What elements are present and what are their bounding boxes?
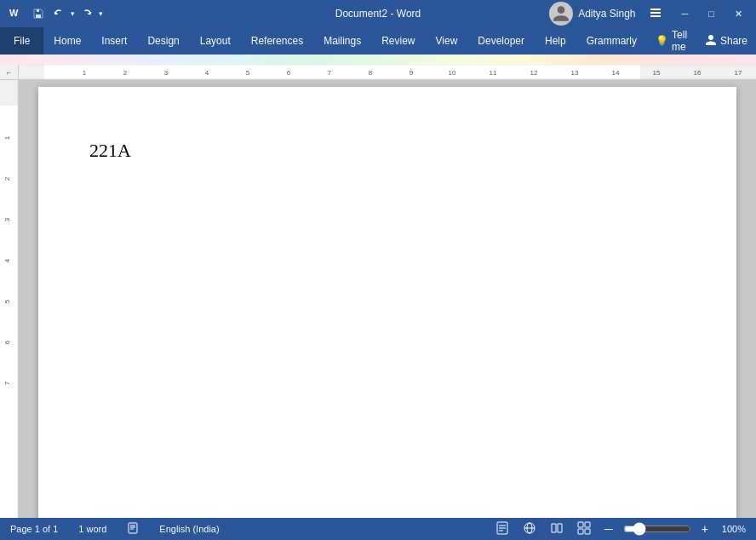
share-button[interactable]: Share	[696, 34, 756, 49]
save-button[interactable]	[29, 6, 48, 21]
print-layout-button[interactable]	[492, 521, 513, 537]
menu-references[interactable]: References	[241, 27, 313, 55]
read-mode-icon	[550, 521, 564, 537]
share-person-icon	[705, 34, 717, 49]
svg-text:16: 16	[694, 69, 702, 77]
document-content[interactable]: 221A	[89, 138, 685, 164]
vertical-ruler-svg: 1 2 3 4 5 6 7	[0, 80, 19, 518]
tell-me-button[interactable]: 💡 Tell me	[647, 29, 696, 53]
customize-qa-button[interactable]: ▾	[98, 8, 104, 20]
svg-rect-6	[650, 15, 661, 17]
svg-text:1: 1	[3, 135, 11, 140]
svg-text:7: 7	[3, 381, 11, 385]
zoom-in-button[interactable]: +	[698, 522, 712, 536]
web-layout-button[interactable]	[519, 521, 540, 537]
undo-button[interactable]	[49, 6, 68, 21]
svg-text:5: 5	[246, 69, 250, 77]
menu-insert[interactable]: Insert	[91, 27, 137, 55]
title-bar-right: Aditya Singh ─ □ ✕	[549, 2, 749, 26]
zoom-out-button[interactable]: ─	[601, 522, 616, 536]
svg-text:8: 8	[369, 69, 373, 77]
document-title: Document2 - Word	[335, 8, 421, 20]
svg-text:15: 15	[653, 69, 661, 77]
ribbon-area	[0, 55, 756, 65]
status-bar: Page 1 of 1 1 word English (India)	[0, 518, 756, 540]
svg-text:4: 4	[205, 69, 209, 77]
svg-rect-51	[578, 529, 583, 534]
svg-text:2: 2	[3, 176, 11, 181]
user-section[interactable]: Aditya Singh	[549, 2, 635, 26]
menu-developer[interactable]: Developer	[467, 27, 535, 55]
svg-text:10: 10	[449, 69, 456, 77]
print-layout-icon	[495, 521, 509, 537]
svg-text:2: 2	[123, 69, 128, 77]
document-icon	[127, 522, 139, 536]
svg-rect-38	[129, 523, 137, 533]
focus-mode-button[interactable]	[574, 521, 594, 537]
word-count[interactable]: 1 word	[75, 524, 110, 534]
svg-text:13: 13	[571, 69, 579, 77]
user-name: Aditya Singh	[578, 8, 635, 20]
word-app-icon: W	[7, 4, 22, 23]
menu-bar: File Home Insert Design Layout Reference…	[0, 27, 756, 55]
zoom-in-icon: +	[702, 522, 708, 536]
svg-text:11: 11	[490, 69, 497, 77]
svg-rect-52	[585, 529, 590, 534]
svg-text:1: 1	[83, 69, 87, 77]
svg-text:14: 14	[612, 69, 620, 77]
ruler-svg: 1 2 3 4 5 6 7 8 9 10 11 12 13 14 15 16 1…	[19, 65, 756, 80]
redo-button[interactable]	[77, 6, 96, 21]
svg-rect-50	[585, 522, 590, 527]
menu-grammarly[interactable]: Grammarly	[576, 27, 647, 55]
read-mode-button[interactable]	[547, 521, 567, 537]
svg-rect-5	[650, 12, 661, 14]
page-info-label: Page 1 of 1	[10, 524, 58, 534]
ruler-corner: ⌐	[0, 65, 19, 80]
focus-mode-icon	[577, 521, 591, 537]
svg-text:6: 6	[287, 69, 291, 77]
page-info[interactable]: Page 1 of 1	[7, 524, 61, 534]
zoom-level-label: 100%	[722, 524, 746, 534]
undo-dropdown-button[interactable]: ▾	[70, 8, 76, 20]
svg-rect-49	[578, 522, 583, 527]
menu-mailings[interactable]: Mailings	[313, 27, 371, 55]
menu-home[interactable]: Home	[43, 27, 91, 55]
ribbon-display-button[interactable]	[643, 3, 668, 24]
menu-right-actions: 💡 Tell me Share	[647, 27, 756, 55]
menu-help[interactable]: Help	[535, 27, 576, 55]
minimize-button[interactable]: ─	[675, 5, 696, 22]
document-scroll-area[interactable]: 221A	[19, 80, 756, 518]
document-page: 221A	[38, 87, 736, 518]
user-avatar	[549, 2, 573, 26]
svg-rect-8	[44, 65, 640, 80]
svg-text:4: 4	[3, 258, 11, 262]
main-area: 1 2 3 4 5 6 7 221A	[0, 80, 756, 518]
svg-text:9: 9	[410, 69, 414, 77]
language-label: English (India)	[159, 524, 219, 534]
menu-file[interactable]: File	[0, 27, 43, 55]
zoom-slider[interactable]	[623, 522, 691, 536]
ruler-corner-icon: ⌐	[7, 68, 11, 77]
svg-text:17: 17	[735, 69, 742, 77]
status-bar-right: ─ + 100%	[492, 521, 749, 537]
track-changes-icon[interactable]	[123, 522, 142, 536]
horizontal-ruler: 1 2 3 4 5 6 7 8 9 10 11 12 13 14 15 16 1…	[19, 65, 756, 80]
close-button[interactable]: ✕	[728, 5, 749, 23]
lightbulb-icon: 💡	[656, 35, 668, 47]
svg-text:12: 12	[530, 69, 538, 77]
menu-review[interactable]: Review	[371, 27, 425, 55]
vertical-ruler: 1 2 3 4 5 6 7	[0, 80, 19, 518]
restore-button[interactable]: □	[702, 5, 721, 22]
svg-text:3: 3	[164, 69, 169, 77]
title-bar-left: W ▾ ▾	[7, 4, 104, 23]
menu-view[interactable]: View	[426, 27, 468, 55]
title-bar-center: Document2 - Word	[335, 8, 421, 20]
web-layout-icon	[523, 521, 536, 537]
menu-design[interactable]: Design	[137, 27, 189, 55]
language-selector[interactable]: English (India)	[156, 524, 222, 534]
ruler-container: ⌐ 1 2 3 4 5 6 7 8 9 10 11 12	[0, 65, 756, 80]
zoom-out-icon: ─	[604, 522, 613, 536]
svg-rect-29	[0, 106, 19, 518]
menu-layout[interactable]: Layout	[190, 27, 241, 55]
zoom-level-display[interactable]: 100%	[719, 524, 749, 534]
